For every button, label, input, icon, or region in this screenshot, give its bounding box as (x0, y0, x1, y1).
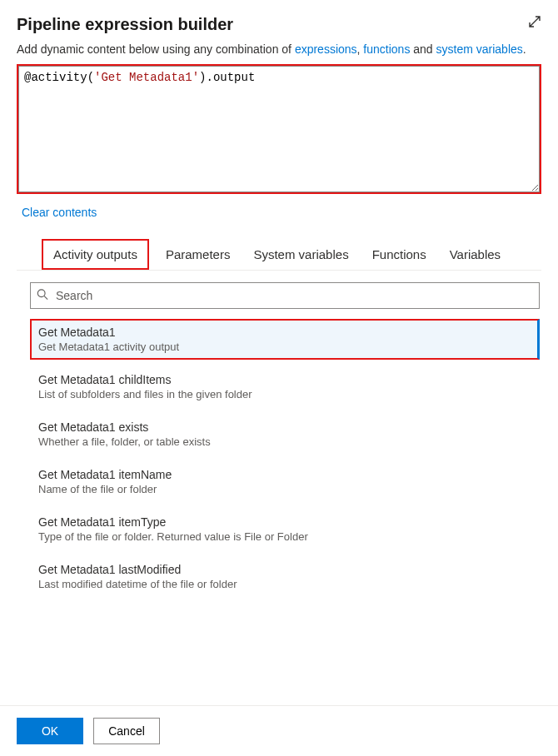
token-property: output (213, 71, 255, 84)
token-open-paren: ( (87, 71, 94, 84)
ok-button[interactable]: OK (17, 718, 83, 744)
list-item-title: Get Metadata1 itemName (38, 468, 531, 481)
list-item[interactable]: Get Metadata1 lastModified Last modified… (30, 556, 540, 597)
intro-prefix: Add dynamic content below using any comb… (17, 42, 295, 56)
tab-activity-outputs[interactable]: Activity outputs (42, 239, 149, 270)
tab-system-variables[interactable]: System variables (242, 239, 360, 270)
list-item-desc: Name of the file or folder (38, 483, 531, 495)
expression-editor[interactable]: @activity('Get Metadata1').output (18, 66, 540, 192)
token-dot: . (206, 71, 212, 84)
list-item[interactable]: Get Metadata1 itemName Name of the file … (30, 461, 540, 502)
tab-parameters[interactable]: Parameters (154, 239, 242, 270)
list-item-title: Get Metadata1 childItems (38, 373, 531, 386)
list-item-title: Get Metadata1 itemType (38, 515, 531, 529)
list-item-desc: List of subfolders and files in the give… (38, 388, 531, 400)
list-item[interactable]: Get Metadata1 childItems List of subfold… (30, 366, 540, 407)
expression-editor-highlight: @activity('Get Metadata1').output (17, 64, 541, 194)
list-item[interactable]: Get Metadata1 exists Whether a file, fol… (30, 414, 540, 455)
tab-variables[interactable]: Variables (438, 239, 512, 270)
expressions-link[interactable]: expressions (295, 42, 357, 56)
svg-line-1 (44, 296, 47, 300)
list-item-desc: Type of the file or folder. Returned val… (38, 530, 531, 543)
activity-output-list: Get Metadata1 Get Metadata1 activity out… (30, 319, 540, 597)
category-tabs: Activity outputs Parameters System varia… (17, 239, 541, 271)
search-icon (37, 289, 48, 303)
clear-contents-link[interactable]: Clear contents (22, 206, 97, 219)
search-input[interactable] (30, 282, 540, 309)
list-item-title: Get Metadata1 (38, 326, 531, 339)
page-title: Pipeline expression builder (17, 15, 233, 34)
list-item[interactable]: Get Metadata1 Get Metadata1 activity out… (30, 319, 540, 360)
list-item-desc: Get Metadata1 activity output (38, 341, 531, 353)
expand-icon[interactable] (528, 15, 541, 31)
system-variables-link[interactable]: system variables (436, 42, 523, 56)
tab-functions[interactable]: Functions (361, 239, 438, 270)
functions-link[interactable]: functions (363, 42, 410, 56)
list-item[interactable]: Get Metadata1 itemType Type of the file … (30, 509, 540, 550)
footer: OK Cancel (0, 705, 558, 756)
list-item-desc: Last modified datetime of the file or fo… (38, 578, 531, 590)
token-function: activity (31, 71, 87, 84)
list-item-title: Get Metadata1 lastModified (38, 563, 531, 576)
list-item-title: Get Metadata1 exists (38, 420, 531, 434)
cancel-button[interactable]: Cancel (93, 718, 160, 744)
token-string: 'Get Metadata1' (94, 71, 199, 84)
svg-point-0 (37, 290, 45, 297)
list-item-desc: Whether a file, folder, or table exists (38, 435, 531, 448)
intro-text: Add dynamic content below using any comb… (17, 42, 541, 56)
